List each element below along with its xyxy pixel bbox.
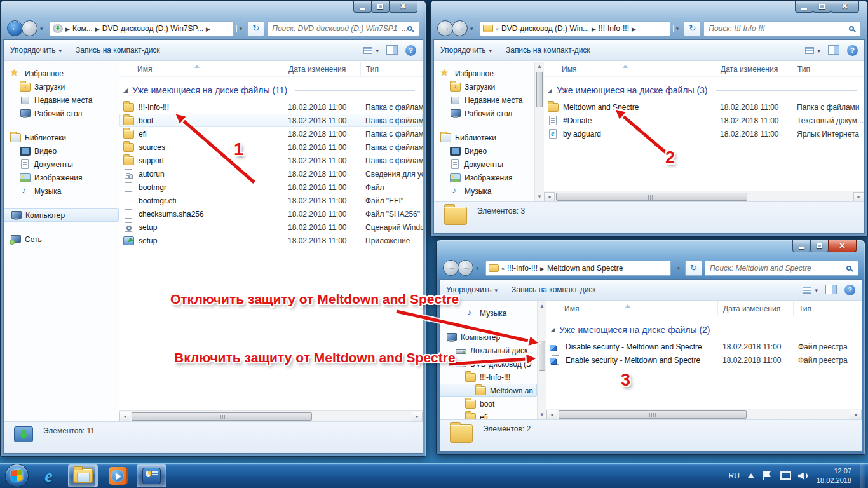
file-row[interactable]: checksums.sha25618.02.2018 11:00Файл "SH… xyxy=(119,207,423,220)
volume-icon[interactable] xyxy=(798,471,808,480)
file-row[interactable]: bootmgr18.02.2018 11:00Файл xyxy=(119,180,423,194)
file-row[interactable]: !!!-Info-!!!18.02.2018 11:00Папка с файл… xyxy=(119,100,423,114)
help-button[interactable] xyxy=(405,45,416,56)
sidebar-item[interactable]: Недавние места xyxy=(4,93,119,107)
action-center-icon[interactable] xyxy=(763,471,771,480)
file-row[interactable]: efi18.02.2018 11:00Папка с файлами xyxy=(119,127,423,140)
column-header-date[interactable]: Дата изменения xyxy=(715,62,792,76)
sidebar-item[interactable]: Документы xyxy=(4,158,119,171)
scroll-down-arrow[interactable]: ▼ xyxy=(539,410,545,419)
back-button[interactable] xyxy=(7,20,23,36)
maximize-button[interactable] xyxy=(813,1,831,13)
minimize-button[interactable] xyxy=(792,240,811,252)
sidebar-item[interactable]: Видео xyxy=(4,144,119,158)
close-button[interactable] xyxy=(828,240,857,252)
sidebar-item[interactable] xyxy=(4,120,119,131)
sidebar-tree-item[interactable]: efi xyxy=(440,410,537,419)
sidebar-item[interactable]: Библиотеки xyxy=(4,131,119,144)
organize-menu[interactable]: Упорядочить▾ xyxy=(440,46,492,55)
sidebar-tree-item[interactable] xyxy=(440,320,537,330)
help-button[interactable] xyxy=(847,45,858,56)
network-icon[interactable] xyxy=(779,471,790,480)
file-row[interactable]: #Donate18.02.2018 11:00Текстовый докум..… xyxy=(544,114,864,127)
file-row[interactable]: sources18.02.2018 11:00Папка с файлами xyxy=(119,140,423,154)
group-header[interactable]: Уже имеющиеся на диске файлы (2) xyxy=(550,323,858,337)
file-row[interactable]: boot18.02.2018 11:00Папка с файлами xyxy=(119,114,423,127)
sidebar-item[interactable]: Музыка xyxy=(434,184,534,198)
breadcrumb-item[interactable]: Meltdown and Spectre xyxy=(547,264,623,273)
nav-history-chevron[interactable]: ▾ xyxy=(470,25,477,32)
scrollbar-thumb[interactable] xyxy=(559,410,747,419)
sidebar-item[interactable] xyxy=(434,120,534,131)
sidebar-item[interactable] xyxy=(4,198,119,208)
search-box[interactable]: Поиск: Meltdown and Spectre xyxy=(705,261,858,276)
taskbar-app-button[interactable] xyxy=(102,464,132,487)
file-row[interactable]: support18.02.2018 11:00Папка с файлами xyxy=(119,154,423,167)
back-button[interactable] xyxy=(443,260,459,276)
start-button[interactable] xyxy=(5,464,29,487)
change-view-button[interactable]: ▾ xyxy=(363,46,379,55)
scroll-down-arrow[interactable]: ▼ xyxy=(537,192,542,201)
taskbar-app-button[interactable] xyxy=(68,464,98,487)
file-row[interactable]: Meltdown and Spectre18.02.2018 11:00Папк… xyxy=(544,100,864,114)
burn-to-disc-button[interactable]: Запись на компакт-диск xyxy=(506,46,590,55)
refresh-button[interactable] xyxy=(684,21,701,36)
breadcrumb-item[interactable]: !!!-Info-!!! xyxy=(599,24,629,33)
scrollbar-thumb[interactable] xyxy=(132,412,312,421)
horizontal-scrollbar[interactable]: ◂ ▸ xyxy=(546,409,862,419)
preview-pane-button[interactable] xyxy=(825,285,837,295)
scroll-right-arrow[interactable]: ▸ xyxy=(851,410,862,419)
scroll-left-arrow[interactable]: ◂ xyxy=(546,410,557,419)
group-header[interactable]: Уже имеющиеся на диске файлы (11) xyxy=(123,83,419,97)
sidebar-item[interactable]: Библиотеки xyxy=(434,131,534,144)
group-collapse-icon[interactable] xyxy=(123,88,128,93)
horizontal-scrollbar[interactable]: ◂ ▸ xyxy=(119,410,423,421)
column-header-name[interactable]: Имя xyxy=(119,62,283,76)
sidebar-item[interactable]: Видео xyxy=(434,144,534,158)
preview-pane-button[interactable] xyxy=(828,45,839,55)
column-header-type[interactable]: Тип xyxy=(792,62,864,76)
file-row[interactable]: Enable security - Meltdown and Spectre18… xyxy=(546,353,862,367)
close-button[interactable] xyxy=(831,1,859,13)
preview-pane-button[interactable] xyxy=(386,45,398,55)
nav-history-chevron[interactable]: ▾ xyxy=(40,25,47,32)
scrollbar-thumb[interactable] xyxy=(536,72,543,107)
horizontal-scrollbar[interactable]: ◂ ▸ xyxy=(544,191,864,201)
maximize-button[interactable] xyxy=(371,1,390,13)
sidebar-item[interactable]: Рабочий стол xyxy=(434,107,534,120)
scroll-right-arrow[interactable]: ▸ xyxy=(853,192,864,201)
forward-button[interactable] xyxy=(458,260,473,276)
scroll-left-arrow[interactable]: ◂ xyxy=(544,192,555,201)
breadcrumb-item[interactable]: !!!-Info-!!! xyxy=(507,264,538,273)
column-header-type[interactable]: Тип xyxy=(360,62,423,76)
change-view-button[interactable]: ▾ xyxy=(803,285,818,294)
vertical-scrollbar[interactable]: ▲ ▼ xyxy=(537,301,546,419)
search-box[interactable]: Поиск: !!!-Info-!!! xyxy=(703,21,861,36)
change-view-button[interactable]: ▾ xyxy=(805,46,820,55)
file-row[interactable]: setup18.02.2018 11:00Приложение xyxy=(119,234,423,247)
sidebar-item[interactable]: Документы xyxy=(434,158,534,171)
maximize-button[interactable] xyxy=(810,240,829,252)
sidebar-tree-item[interactable]: !!!-Info-!!! xyxy=(440,370,537,384)
sidebar-item[interactable]: Сеть xyxy=(4,233,119,246)
taskbar-app-button[interactable] xyxy=(34,464,64,487)
sidebar-item[interactable]: Изображения xyxy=(4,171,119,184)
breadcrumb-item[interactable]: DVD-дисковод (D:) Win... xyxy=(501,24,589,33)
forward-button[interactable] xyxy=(22,20,37,36)
sidebar-tree-item[interactable]: Компьютер xyxy=(440,330,537,344)
scroll-up-arrow[interactable]: ▲ xyxy=(539,301,545,311)
column-header-name[interactable]: Имя xyxy=(544,62,715,76)
group-collapse-icon[interactable] xyxy=(548,88,552,93)
sidebar-item[interactable]: Избранное xyxy=(434,67,534,80)
forward-button[interactable] xyxy=(452,20,468,36)
nav-history-chevron[interactable]: ▾ xyxy=(476,265,483,271)
column-header-date[interactable]: Дата изменения xyxy=(283,62,360,76)
group-collapse-icon[interactable] xyxy=(550,328,555,332)
file-row[interactable]: by adguard18.02.2018 11:00Ярлык Интернет… xyxy=(544,127,864,140)
search-box[interactable]: Поиск: DVD-дисковод (D:) Win7SP1_... xyxy=(267,21,419,36)
breadcrumb-item[interactable]: Ком... xyxy=(72,24,93,33)
back-button[interactable] xyxy=(437,20,453,36)
sidebar-item[interactable]: Недавние места xyxy=(434,93,534,107)
file-row[interactable]: autorun18.02.2018 11:00Сведения для уст.… xyxy=(119,167,423,180)
organize-menu[interactable]: Упорядочить▾ xyxy=(10,46,62,55)
